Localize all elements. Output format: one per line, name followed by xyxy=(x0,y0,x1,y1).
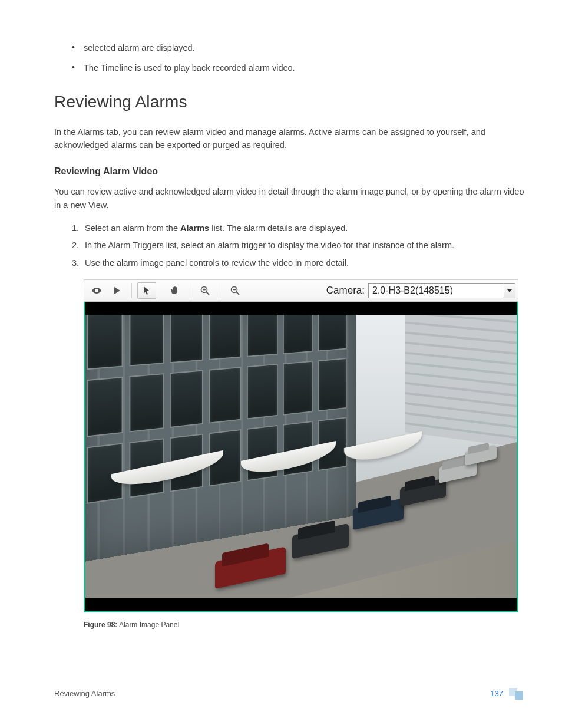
page-footer: Reviewing Alarms 137 xyxy=(54,688,525,699)
play-icon[interactable] xyxy=(107,282,126,299)
list-item: Use the alarm image panel controls to re… xyxy=(81,255,525,272)
subsection-heading: Reviewing Alarm Video xyxy=(54,166,525,177)
step-text: list. The alarm details are displayed. xyxy=(209,223,348,233)
step-text: Select an alarm from the xyxy=(85,223,180,233)
alarm-image-panel-figure: Camera: 2.0-H3-B2(148515) xyxy=(84,279,525,612)
list-item: The Timeline is used to play back record… xyxy=(82,61,525,74)
svg-line-5 xyxy=(237,292,240,295)
step-text: In the Alarm Triggers list, select an al… xyxy=(85,241,454,250)
letterbox xyxy=(85,598,517,611)
svg-line-1 xyxy=(207,292,210,295)
alarm-image-panel: Camera: 2.0-H3-B2(148515) xyxy=(84,279,518,612)
list-item: selected alarm are displayed. xyxy=(82,41,525,54)
figure-caption-text: Alarm Image Panel xyxy=(119,621,179,629)
subsection-intro: You can review active and acknowledged a… xyxy=(54,185,525,212)
page-number: 137 xyxy=(490,689,503,698)
toolbar-separator xyxy=(190,283,190,298)
figure-caption: Figure 98: Alarm Image Panel xyxy=(84,621,525,629)
figure-label: Figure 98: xyxy=(84,621,117,629)
step-text: Use the alarm image panel controls to re… xyxy=(85,258,349,268)
step-bold: Alarms xyxy=(180,223,209,233)
body-text: selected alarm are displayed. xyxy=(84,43,195,52)
camera-select[interactable]: 2.0-H3-B2(148515) xyxy=(368,283,515,298)
prior-bullet-list: selected alarm are displayed. The Timeli… xyxy=(54,41,525,75)
video-frame xyxy=(85,315,517,598)
camera-select-value: 2.0-H3-B2(148515) xyxy=(369,285,504,296)
letterbox xyxy=(85,302,517,315)
steps-list: Select an alarm from the Alarms list. Th… xyxy=(54,220,525,272)
video-viewport[interactable] xyxy=(84,302,518,612)
list-item: Select an alarm from the Alarms list. Th… xyxy=(81,220,525,237)
section-heading: Reviewing Alarms xyxy=(54,93,525,111)
chevron-down-icon[interactable] xyxy=(504,284,515,298)
footer-decoration-icon xyxy=(509,688,525,699)
zoom-in-icon[interactable] xyxy=(196,282,214,299)
hand-icon[interactable] xyxy=(166,282,184,299)
section-intro: In the Alarms tab, you can review alarm … xyxy=(54,126,525,152)
footer-section-title: Reviewing Alarms xyxy=(54,689,115,698)
toolbar-separator xyxy=(131,283,132,298)
eye-icon[interactable] xyxy=(87,282,106,299)
camera-label: Camera: xyxy=(326,285,365,297)
pointer-icon[interactable] xyxy=(137,282,156,299)
toolbar-separator xyxy=(220,283,220,298)
body-text: The Timeline is used to play back record… xyxy=(84,63,295,73)
list-item: In the Alarm Triggers list, select an al… xyxy=(81,238,525,254)
zoom-out-icon[interactable] xyxy=(226,282,244,299)
image-panel-toolbar: Camera: 2.0-H3-B2(148515) xyxy=(84,279,518,302)
